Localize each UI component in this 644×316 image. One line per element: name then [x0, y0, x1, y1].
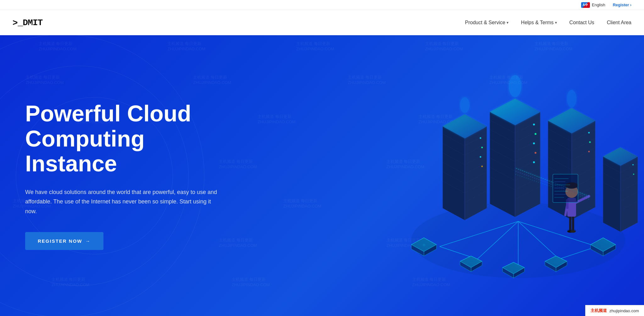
hero-section: 主机频道 每日更新ZHUJIPINDAO.COM主机频道 每日更新ZHUJIPI…	[0, 35, 644, 316]
lang-badge: A中	[581, 2, 590, 8]
register-link[interactable]: Register ›	[613, 3, 631, 7]
logo-text: _DMIT	[18, 18, 42, 28]
lang-label: English	[592, 3, 605, 7]
bottom-url: zhujipindao.com	[609, 308, 639, 313]
svg-point-123	[570, 230, 576, 233]
nav-item-helps[interactable]: Helps & Terms ▾	[521, 20, 557, 25]
nav-link-contact[interactable]: Contact Us	[569, 20, 594, 25]
cta-label: REGISTER NOW	[38, 238, 82, 244]
cta-arrow-icon: →	[86, 238, 91, 244]
svg-point-71	[535, 133, 536, 135]
svg-point-111	[632, 164, 634, 165]
svg-marker-31	[465, 126, 487, 220]
svg-marker-101	[620, 157, 638, 232]
svg-point-94	[589, 141, 591, 143]
bottom-brand: 主机频道	[591, 308, 607, 313]
svg-point-48	[481, 165, 483, 167]
nav-item-contact[interactable]: Contact Us	[569, 20, 594, 25]
register-label: Register	[613, 3, 629, 7]
nav-label-helps: Helps & Terms	[521, 20, 554, 25]
top-bar: A中 English Register ›	[0, 0, 644, 10]
svg-point-70	[533, 124, 535, 125]
nav-link-product[interactable]: Product & Service ▾	[465, 20, 508, 25]
svg-point-98	[567, 90, 576, 108]
language-selector[interactable]: A中 English	[581, 2, 605, 8]
svg-point-73	[535, 152, 536, 154]
nav-link-helps[interactable]: Helps & Terms ▾	[521, 20, 557, 25]
svg-marker-100	[603, 157, 620, 232]
bottom-watermark-bar: 主机频道 zhujipindao.com	[585, 305, 644, 316]
navbar: > _DMIT Product & Service ▾ Helps & Term…	[0, 10, 644, 35]
chevron-down-icon-2: ▾	[555, 20, 557, 25]
svg-marker-30	[443, 126, 465, 220]
register-now-button[interactable]: REGISTER NOW →	[25, 232, 103, 250]
nav-label-product: Product & Service	[465, 20, 505, 25]
svg-point-112	[633, 174, 634, 175]
logo-chevron-icon: >	[13, 18, 18, 28]
svg-point-45	[480, 137, 481, 139]
svg-point-46	[481, 147, 483, 148]
svg-point-93	[588, 132, 590, 133]
hero-title: Powerful Cloud Computing Instance	[25, 101, 226, 176]
svg-point-51	[460, 97, 469, 113]
svg-rect-114	[569, 215, 571, 231]
svg-point-95	[588, 151, 590, 152]
svg-rect-115	[572, 215, 574, 231]
chevron-down-icon: ▾	[507, 20, 508, 25]
hero-description: We have cloud solutions around the world…	[25, 187, 223, 216]
svg-text:⬡: ⬡	[423, 244, 425, 247]
server-illustration: ⬡	[345, 58, 644, 294]
nav-item-product[interactable]: Product & Service ▾	[465, 20, 508, 25]
svg-point-47	[480, 156, 481, 158]
nav-link-client[interactable]: Client Area	[607, 20, 631, 25]
svg-point-77	[509, 75, 521, 97]
svg-point-74	[533, 161, 535, 163]
svg-point-72	[533, 142, 535, 144]
nav-label-client: Client Area	[607, 20, 631, 25]
logo[interactable]: > _DMIT	[13, 18, 42, 28]
register-arrow: ›	[630, 3, 631, 7]
hero-content: Powerful Cloud Computing Instance We hav…	[0, 101, 252, 250]
nav-item-client[interactable]: Client Area	[607, 20, 631, 25]
nav-links: Product & Service ▾ Helps & Terms ▾ Cont…	[465, 20, 631, 25]
nav-label-contact: Contact Us	[569, 20, 594, 25]
